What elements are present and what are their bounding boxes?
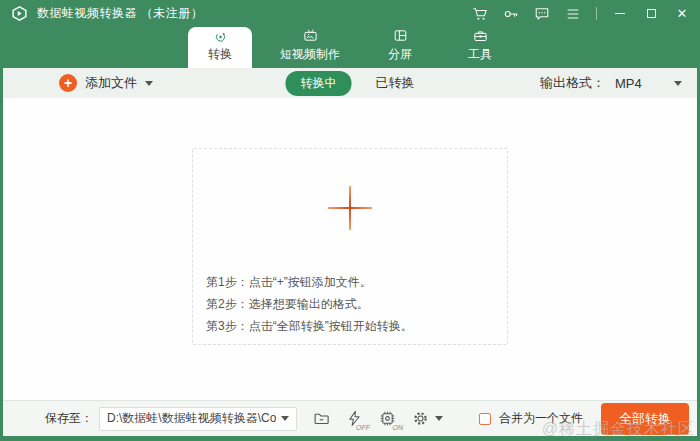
maximize-button[interactable] — [643, 6, 659, 22]
add-files-dropdown-icon[interactable] — [145, 81, 153, 86]
tab-convert[interactable]: 转换 — [188, 27, 252, 68]
chevron-down-icon — [674, 81, 682, 86]
app-window: 数据蛙视频转换器 （未注册） — [0, 0, 700, 441]
tab-label: 分屏 — [388, 46, 412, 63]
settings-dropdown-icon — [435, 416, 443, 421]
menu-icon[interactable] — [565, 6, 581, 22]
tab-label: 工具 — [468, 46, 492, 63]
close-button[interactable]: ✕ — [674, 6, 690, 22]
merge-label: 合并为一个文件 — [499, 410, 583, 427]
instruction-steps: 第1步：点击“+”按钮添加文件。 第2步：选择想要输出的格式。 第3步：点击“全… — [206, 276, 413, 342]
step-3: 第3步：点击“全部转换”按钮开始转换。 — [206, 320, 413, 333]
bottom-bar: 保存至： OFF — [3, 400, 697, 436]
main-tabs: 转换 短视频制作 分屏 工具 — [0, 24, 700, 68]
app-title: 数据蛙视频转换器 （未注册） — [37, 5, 203, 22]
settings-menu[interactable] — [410, 408, 443, 429]
convert-icon — [210, 31, 231, 43]
add-plus-icon: + — [59, 74, 77, 92]
cart-icon[interactable] — [472, 6, 488, 22]
output-format-select[interactable]: 输出格式： MP4 — [540, 74, 682, 92]
toolbox-icon — [470, 28, 491, 43]
titlebar-separator — [596, 7, 597, 20]
converting-filter[interactable]: 转换中 — [286, 71, 352, 96]
tab-label: 短视频制作 — [280, 46, 340, 63]
output-format-label: 输出格式： — [540, 74, 605, 92]
toolbar: + 添加文件 转换中 已转换 输出格式： MP4 — [3, 68, 697, 98]
convert-all-button[interactable]: 全部转换 — [601, 403, 689, 435]
step-1: 第1步：点击“+”按钮添加文件。 — [206, 276, 413, 289]
save-to-label: 保存至： — [45, 410, 93, 427]
short-video-icon — [300, 28, 321, 43]
key-icon[interactable] — [503, 6, 519, 22]
app-logo-icon — [11, 5, 28, 22]
save-path-input[interactable] — [107, 412, 276, 426]
add-file-plus-icon[interactable] — [327, 185, 373, 231]
main-area: 第1步：点击“+”按钮添加文件。 第2步：选择想要输出的格式。 第3步：点击“全… — [3, 98, 697, 400]
gpu-chip-icon[interactable]: ON — [377, 408, 398, 429]
path-dropdown-icon[interactable] — [281, 416, 289, 421]
tab-short-video[interactable]: 短视频制作 — [268, 24, 352, 68]
tab-split-screen[interactable]: 分屏 — [368, 24, 432, 68]
gear-icon — [410, 408, 431, 429]
feedback-icon[interactable] — [534, 6, 550, 22]
step-2: 第2步：选择想要输出的格式。 — [206, 298, 413, 311]
title-bar: 数据蛙视频转换器 （未注册） — [0, 0, 700, 24]
window-body: + 添加文件 转换中 已转换 输出格式： MP4 第1步：点击“+”按钮添加文件… — [3, 68, 697, 436]
hardware-accel-state: OFF — [356, 424, 370, 431]
merge-checkbox[interactable] — [479, 413, 491, 425]
minimize-button[interactable] — [612, 6, 628, 22]
save-path-field[interactable] — [99, 407, 297, 431]
hardware-accel-icon[interactable]: OFF — [344, 408, 365, 429]
add-files-button[interactable]: + 添加文件 — [59, 74, 153, 92]
output-format-value: MP4 — [615, 76, 642, 91]
converted-filter[interactable]: 已转换 — [376, 74, 415, 92]
gpu-chip-state: ON — [393, 424, 404, 431]
tab-label: 转换 — [208, 46, 232, 63]
tab-tools[interactable]: 工具 — [448, 24, 512, 68]
add-files-label: 添加文件 — [85, 74, 137, 92]
open-folder-icon[interactable] — [311, 408, 332, 429]
split-screen-icon — [390, 28, 411, 43]
file-dropzone[interactable]: 第1步：点击“+”按钮添加文件。 第2步：选择想要输出的格式。 第3步：点击“全… — [192, 148, 508, 345]
